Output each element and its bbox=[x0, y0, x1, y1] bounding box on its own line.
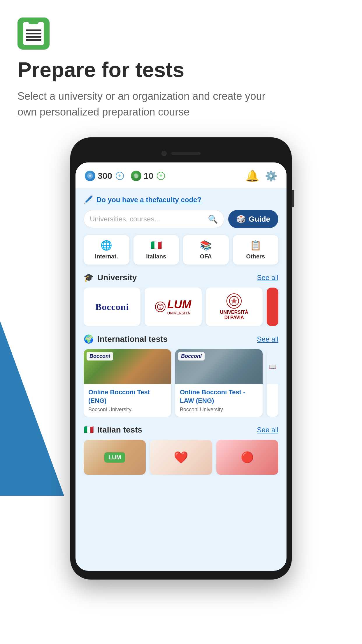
settings-icon[interactable]: ⚙️ bbox=[265, 170, 277, 182]
phone-screen: 300 + 10 + bbox=[75, 162, 287, 571]
coin-group: 300 + 10 + bbox=[85, 171, 165, 181]
italian-section: 🇮🇹 Italian tests See all LUM bbox=[84, 425, 278, 475]
pavia-name: UNIVERSITÀDI PAVIA bbox=[220, 310, 248, 320]
svg-point-3 bbox=[157, 304, 163, 310]
category-international[interactable]: 🌐 Internat. bbox=[84, 235, 129, 265]
italian-section-title: Italian tests bbox=[97, 425, 142, 435]
screen-body: 🖊️ Do you have a thefaculty code? Univer… bbox=[75, 188, 287, 482]
italian-img-red: 🔴 bbox=[216, 440, 278, 475]
category-others[interactable]: 📋 Others bbox=[233, 235, 279, 265]
page-subtitle: Select a university or an organization a… bbox=[17, 88, 280, 120]
italian-title-group: 🇮🇹 Italian tests bbox=[84, 425, 142, 435]
lum-logo: LUM UNIVERSITÀ bbox=[155, 298, 191, 315]
phone-notch bbox=[75, 146, 287, 161]
search-icon: 🔍 bbox=[208, 214, 218, 224]
bell-icon[interactable]: 🔔 bbox=[245, 169, 259, 182]
faculty-link[interactable]: Do you have a thefaculty code? bbox=[96, 196, 201, 204]
category-ofa[interactable]: 📚 OFA bbox=[183, 235, 229, 265]
test-badge-1: Bocconi bbox=[87, 352, 113, 360]
test-title-2: Online Bocconi Test - LAW (ENG) bbox=[180, 388, 258, 405]
italians-label: Italians bbox=[146, 253, 166, 260]
italians-icon: 🇮🇹 bbox=[150, 240, 162, 251]
phone-speaker bbox=[171, 152, 201, 155]
university-see-all[interactable]: See all bbox=[257, 274, 278, 282]
svg-point-5 bbox=[233, 300, 236, 302]
university-pavia[interactable]: UNIVERSITÀDI PAVIA bbox=[206, 288, 263, 326]
blue-coin-plus[interactable]: + bbox=[116, 172, 124, 180]
italian-img-lum: LUM bbox=[84, 440, 146, 475]
italian-img-heart: ❤️ bbox=[150, 440, 212, 475]
search-placeholder: Universities, courses... bbox=[90, 210, 208, 228]
test-title-1: Online Bocconi Test (ENG) bbox=[88, 388, 166, 405]
test-card-img-1: Bocconi bbox=[84, 349, 171, 384]
university-section-header: 🎓 University See all bbox=[84, 273, 278, 282]
test-card-body-1: Online Bocconi Test (ENG) Bocconi Univer… bbox=[84, 384, 171, 417]
bocconi-name: Bocconi bbox=[95, 302, 129, 312]
lum-test-badge: LUM bbox=[104, 452, 125, 463]
italian-test-red[interactable]: 🔴 bbox=[216, 440, 278, 475]
university-lum[interactable]: LUM UNIVERSITÀ bbox=[145, 288, 201, 326]
category-row: 🌐 Internat. 🇮🇹 Italians 📚 OFA 📋 bbox=[84, 235, 278, 265]
italian-test-heart[interactable]: ❤️ bbox=[150, 440, 212, 475]
test-badge-2: Bocconi bbox=[178, 352, 205, 360]
international-section-title: International tests bbox=[97, 335, 168, 344]
search-box[interactable]: Universities, courses... 🔍 bbox=[84, 210, 224, 228]
italian-see-all[interactable]: See all bbox=[257, 426, 278, 434]
guide-label: Guide bbox=[249, 215, 270, 224]
italian-test-lum[interactable]: LUM bbox=[84, 440, 146, 475]
test-card-img-2: Bocconi bbox=[175, 349, 263, 384]
others-label: Others bbox=[246, 253, 265, 260]
ofa-icon: 📚 bbox=[200, 240, 212, 251]
international-section-header: 🌍 International tests See all bbox=[84, 334, 278, 344]
university-title-group: 🎓 University bbox=[84, 273, 137, 282]
international-icon: 🌍 bbox=[84, 334, 94, 344]
others-icon: 📋 bbox=[250, 240, 261, 251]
international-title-group: 🌍 International tests bbox=[84, 334, 168, 344]
coin-blue-icon bbox=[85, 171, 95, 181]
guide-button[interactable]: 🎲 Guide bbox=[228, 210, 278, 228]
pavia-crest bbox=[226, 293, 242, 309]
page-title: Prepare for tests bbox=[17, 58, 345, 81]
italian-flag-icon: 🇮🇹 bbox=[84, 425, 94, 435]
italian-section-header: 🇮🇹 Italian tests See all bbox=[84, 425, 278, 435]
test-sub-1: Bocconi University bbox=[88, 407, 166, 413]
test-sub-2: Bocconi University bbox=[180, 407, 258, 413]
header-icons: 🔔 ⚙️ bbox=[245, 169, 277, 182]
coin-green-icon bbox=[131, 171, 141, 181]
phone-mockup: 300 + 10 + bbox=[17, 137, 345, 580]
pavia-logo: UNIVERSITÀDI PAVIA bbox=[220, 293, 248, 320]
app-icon bbox=[17, 18, 50, 50]
university-icon: 🎓 bbox=[84, 273, 94, 282]
italian-tests-row: LUM ❤️ 🔴 bbox=[84, 440, 278, 475]
international-tests-row: Bocconi Online Bocconi Test (ENG) Boccon… bbox=[84, 349, 278, 417]
test-card-body-2: Online Bocconi Test - LAW (ENG) Bocconi … bbox=[175, 384, 263, 417]
internat-icon: 🌐 bbox=[101, 240, 112, 251]
university-section-title: University bbox=[97, 273, 137, 282]
test-card-bocconi-eng[interactable]: Bocconi Online Bocconi Test (ENG) Boccon… bbox=[84, 349, 171, 417]
lum-circle bbox=[155, 302, 166, 312]
university-partial bbox=[267, 288, 278, 326]
guide-icon: 🎲 bbox=[236, 215, 246, 224]
university-row: Bocconi bbox=[84, 288, 278, 326]
blue-coin-count: 300 bbox=[98, 171, 112, 181]
phone-camera bbox=[161, 151, 167, 156]
coin-green-item: 10 + bbox=[131, 171, 165, 181]
faculty-bar: 🖊️ Do you have a thefaculty code? bbox=[84, 195, 278, 204]
test-card-bocconi-law[interactable]: Bocconi Online Bocconi Test - LAW (ENG) … bbox=[175, 349, 263, 417]
international-see-all[interactable]: See all bbox=[257, 335, 278, 343]
screen-header: 300 + 10 + bbox=[75, 162, 287, 188]
lum-sub: UNIVERSITÀ bbox=[167, 311, 191, 315]
test-card-partial: 📖 bbox=[267, 349, 278, 417]
lum-text: LUM bbox=[167, 298, 191, 311]
search-row: Universities, courses... 🔍 🎲 Guide bbox=[84, 210, 278, 228]
faculty-icon: 🖊️ bbox=[84, 195, 93, 204]
coin-blue-item: 300 + bbox=[85, 171, 124, 181]
ofa-label: OFA bbox=[200, 253, 212, 260]
university-bocconi[interactable]: Bocconi bbox=[84, 288, 140, 326]
category-italians[interactable]: 🇮🇹 Italians bbox=[133, 235, 179, 265]
internat-label: Internat. bbox=[95, 253, 118, 260]
green-coin-plus[interactable]: + bbox=[157, 172, 165, 180]
phone-side-button bbox=[292, 190, 294, 207]
green-coin-count: 10 bbox=[144, 171, 153, 181]
